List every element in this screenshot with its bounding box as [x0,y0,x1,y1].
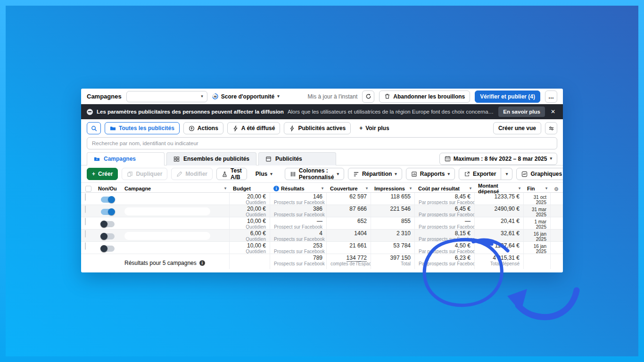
create-button[interactable]: + Créer [87,168,118,180]
level-tabs: Campagnes Ensembles de publicités Public… [81,152,563,165]
export-dropdown-button[interactable]: ▾ [501,168,512,180]
breakdown-label: Répartition [362,171,392,177]
reports-icon [411,171,417,177]
breakdown-button[interactable]: Répartition ▾ [348,168,402,180]
refresh-button[interactable] [362,90,374,103]
chevron-down-icon: ▾ [270,172,272,176]
row-checkbox[interactable] [85,193,86,201]
filter-active-ads[interactable]: Publicités actives [284,122,351,134]
sort-caret-icon: ▾ [545,187,547,190]
col-onoff[interactable]: Non/Ou [94,186,121,191]
tab-campagnes-label: Campagnes [104,156,136,162]
export-label: Exporter [473,171,496,177]
col-campaign[interactable]: Campagne▾ [121,186,229,191]
campaign-name-cell[interactable] [121,205,229,217]
create-view-button[interactable]: Créer une vue [493,122,541,134]
campaigns-table: Non/Ou Campagne▾ Budget iRésultats▾ Couv… [81,182,563,272]
page-icon [265,156,272,162]
search-input[interactable] [87,137,557,149]
info-icon: i [199,260,205,266]
row-checkbox[interactable] [85,206,86,213]
col-impressions[interactable]: Impressions▾ [371,186,414,191]
campaign-selector[interactable]: ▾ [126,91,207,102]
filter-actions[interactable]: Actions [183,122,223,134]
chevron-down-icon: ▾ [550,156,552,161]
select-all-checkbox[interactable] [85,186,91,192]
table-row[interactable]: 6,00 €Quotidien 4Prospects sur Facebook … [81,230,563,242]
publish-button[interactable]: Vérifier et publier (4) [475,90,540,103]
campaign-name-cell[interactable] [121,193,229,205]
breakdown-icon [353,171,359,177]
opportunity-score[interactable]: 68 Score d'opportunité ▾ [212,93,280,100]
more-actions-label: Plus [256,171,267,177]
close-banner-button[interactable]: ✕ [549,108,557,115]
campaign-toggle[interactable] [101,233,115,239]
sort-caret-icon: ▾ [519,187,520,190]
col-reach[interactable]: Couverture▾ [326,186,371,191]
reach-total-link[interactable]: 134 772 [347,255,367,262]
more-actions-button[interactable]: Plus ▾ [251,168,277,180]
see-more-filters-button[interactable]: + Voir plus [355,122,394,134]
table-row[interactable]: 20,00 €Quotidien 386Prospects sur Facebo… [81,205,563,217]
discard-drafts-button[interactable]: Abandonner les brouillons [379,90,470,103]
edit-label: Modifier [185,171,207,177]
filter-actions-label: Actions [198,125,218,132]
chevron-down-icon: ▾ [337,172,339,176]
export-button[interactable]: Exporter [459,168,501,180]
table-row[interactable]: 20,00 €Quotidien 146Prospects sur Facebo… [81,193,563,205]
filter-has-delivered[interactable]: A été diffusé [227,122,281,134]
tab-publicites[interactable]: Publicités [258,152,336,165]
view-settings-button[interactable] [545,122,557,134]
sort-caret-icon: ▾ [366,187,368,190]
redacted-name [124,232,210,240]
table-row[interactable]: 10,00 €Quotidien —Prospect sur Facebook … [81,217,563,230]
col-results[interactable]: iRésultats▾ [270,186,326,191]
table-row[interactable]: 10,00 €Quotidien 253Prospects sur Facebo… [81,242,563,254]
campaign-toggle[interactable] [101,209,115,215]
row-checkbox[interactable] [85,230,86,238]
banner-title: Les paramètres publicitaires des personn… [97,109,284,115]
filter-all-ads[interactable]: Toutes les publicités [105,122,180,134]
sort-caret-icon: ▾ [224,187,226,190]
redacted-name [124,207,210,215]
learn-more-button[interactable]: En savoir plus [498,107,545,117]
campaign-name-cell[interactable] [121,242,229,254]
charts-label: Graphiques [530,171,562,177]
table-header-row: Non/Ou Campagne▾ Budget iRésultats▾ Couv… [81,183,563,193]
minus-circle-icon [87,109,93,115]
export-icon [464,171,470,177]
charts-button[interactable]: Graphiques [516,168,563,180]
date-range-label: Maximum : 8 fév 2022 – 8 mar 2025 [454,156,547,162]
campaign-toggle[interactable] [101,221,115,227]
ab-test-button[interactable]: Test A/B [216,168,247,180]
date-range-selector[interactable]: Maximum : 8 fév 2022 – 8 mar 2025 ▾ [439,153,557,165]
tab-publicites-label: Publicités [275,156,302,162]
table-settings-gear-icon[interactable]: ⚙ [550,185,562,192]
columns-button[interactable]: Colonnes : Personnalisé ▾ [285,168,344,180]
filter-active-ads-label: Publicités actives [298,125,346,132]
duplicate-button[interactable]: Dupliquer [122,168,167,180]
row-checkbox[interactable] [85,242,86,250]
campaign-toggle[interactable] [101,197,115,203]
row-checkbox[interactable] [85,218,86,225]
ads-manager-window: Campagnes ▾ 68 Score d'opportunité ▾ Mis… [81,89,563,272]
create-label: Créer [98,171,113,177]
plus-icon: + [92,171,95,177]
col-end[interactable]: Fin▾ [523,186,550,191]
tab-campagnes[interactable]: Campagnes [87,152,165,165]
search-button[interactable] [87,122,101,134]
reports-button[interactable]: Rapports ▾ [406,168,455,180]
col-budget[interactable]: Budget [229,186,270,191]
tab-ensembles-label: Ensembles de publicités [183,156,249,162]
more-options-button[interactable]: … [545,90,557,103]
campaign-name-cell[interactable] [121,230,229,241]
sort-caret-icon: ▾ [410,187,412,190]
tab-ensembles[interactable]: Ensembles de publicités [166,152,256,165]
summary-row: Résultats pour 5 campagnes i 789Prospect… [81,254,563,269]
filter-bar: Toutes les publicités Actions A été diff… [81,119,563,136]
col-cost[interactable]: Coût par résultat▾ [414,186,474,191]
campaign-name-cell[interactable] [121,217,229,229]
folder-icon [94,156,100,162]
edit-button[interactable]: Modifier [171,168,213,180]
campaign-toggle[interactable] [101,246,115,252]
